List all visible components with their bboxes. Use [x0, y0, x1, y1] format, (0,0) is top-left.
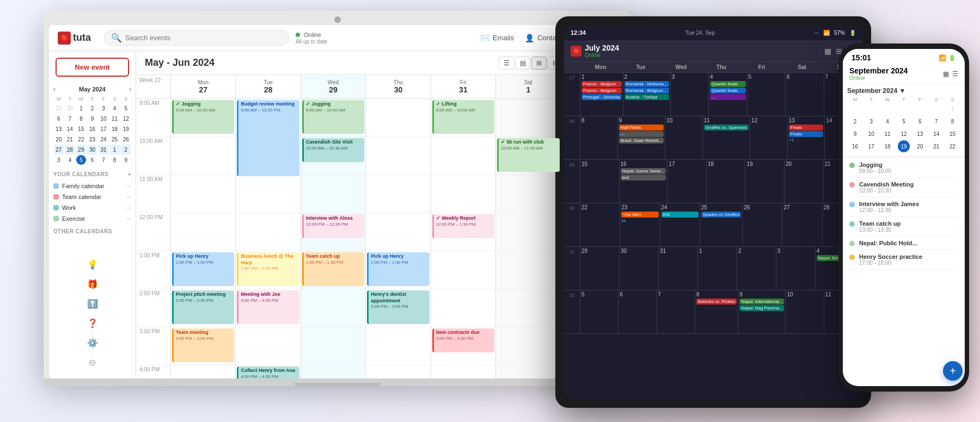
tablet-event[interactable]: Romania - Netheria...	[624, 81, 669, 87]
family-menu[interactable]: ···	[126, 182, 131, 190]
tablet-event[interactable]: ---	[619, 131, 664, 137]
laptop: 🔴 tuta 🔍 Online All up to date ✉️ Emails	[44, 11, 632, 402]
event-jogging-wed[interactable]: ✓ Jogging 9:00 AM – 10:00 AM	[302, 100, 364, 134]
tablet-event[interactable]: France - Belgium	[581, 88, 622, 94]
laptop-screen: 🔴 tuta 🔍 Online All up to date ✉️ Emails	[49, 25, 626, 378]
event-meeting-joe[interactable]: Meeting with Joe 3:00 PM – 4:00 PM	[237, 290, 299, 324]
phone-event-nepal[interactable]: Nepal: Public Hold...	[849, 237, 958, 250]
search-input[interactable]	[125, 34, 282, 42]
event-business-lunch[interactable]: Business lunch @ The Harp 1:00 PM – 2:00…	[237, 252, 299, 286]
phone-event-team-catchup[interactable]: Team catch up 13:00 - 13:30	[849, 217, 958, 237]
tablet-event[interactable]: Quarter finals	[710, 88, 745, 94]
add-calendar-icon[interactable]: +	[128, 171, 131, 177]
view-week[interactable]: ⊞	[531, 57, 547, 70]
event-dentist[interactable]: Henry's dentist appointment 2:00 PM – 3:…	[367, 290, 429, 324]
tablet-event[interactable]: test	[621, 175, 666, 181]
mini-cal-next[interactable]: ›	[129, 85, 131, 93]
tablet-screen: 12:34 Tue 24, Sep ··· 📶 57% 🔋 🔴 July 202…	[564, 25, 862, 399]
event-pickup-mon[interactable]: Pick up Henry 1:00 PM – 1:30 PM	[172, 252, 234, 286]
tablet-event[interactable]: Nepal: Saune Sankr...	[621, 168, 666, 174]
view-list[interactable]: ☰	[499, 57, 514, 70]
logo-icon: 🔴	[58, 32, 71, 45]
mini-cal-header: ‹ May 2024 ›	[53, 85, 131, 93]
tablet-event[interactable]: Half Finals	[619, 125, 664, 131]
phone-event-list: Jogging 09:00 - 10:00 Cavendish Meeting …	[843, 158, 965, 386]
search-icon: 🔍	[111, 33, 122, 43]
tablet-event[interactable]: Spades vs Giraffes	[701, 212, 741, 218]
exercise-menu[interactable]: ···	[126, 215, 131, 222]
online-dot	[296, 33, 300, 37]
calendar-work: Work ···	[53, 202, 131, 213]
tablet-event[interactable]: Romania - Belgium...	[624, 88, 669, 94]
event-budget-review[interactable]: Budget review meeting 9:00 AM – 12:00 PM	[237, 100, 299, 176]
event-team-catchup-wed[interactable]: Team catch up 1:00 PM – 1:30 PM	[302, 252, 364, 286]
tablet-week-row-6: 32 5 6 7 8 Bobcats vs. Pirates	[564, 290, 862, 334]
phone-event-cavendish[interactable]: Cavendish Meeting 10:00 - 10:30	[849, 178, 958, 197]
tablet-grid-header: Mon Tue Wed Thu Fri Sat Sun	[564, 62, 862, 73]
search-bar[interactable]: 🔍	[104, 30, 289, 46]
tablet-event[interactable]: ...	[710, 94, 745, 100]
event-team-meeting-mon[interactable]: Team meeting 3:00 PM – 4:00 PM	[172, 328, 234, 362]
logo: 🔴 tuta	[58, 32, 91, 45]
tablet-event[interactable]: Nepal: International...	[739, 299, 784, 305]
event-lifting[interactable]: ✓ Lifting 9:00 AM – 10:00 AM	[432, 100, 494, 134]
gift-icon[interactable]: 🎁	[87, 278, 98, 289]
phone-event-interview[interactable]: Interview with James 12:00 - 12:30	[849, 197, 958, 217]
phone-list-icon[interactable]: ☰	[952, 70, 958, 78]
tablet-week-row-1: 27 1 France - Belgium France - Belgium P…	[564, 73, 862, 116]
share-icon[interactable]: ⬆️	[87, 298, 98, 309]
tablet-grid-body: 27 1 France - Belgium France - Belgium P…	[564, 73, 862, 399]
phone-event-jogging[interactable]: Jogging 09:00 - 10:00	[849, 158, 958, 178]
tablet-week-row-2: 28 8 9 Half Finals --- Brazil: State Reb…	[564, 116, 862, 160]
mini-cal-prev[interactable]: ‹	[53, 85, 56, 93]
calendar-area: May - Jun 2024 ☰ ▤ ⊞ ⊟ ‹ 22 ›	[136, 51, 626, 378]
nav-emails[interactable]: ✉️ Emails	[480, 34, 514, 42]
settings-icon[interactable]: ⚙️	[87, 337, 98, 348]
day-col-wed: Wed 29 ✓ Jogging 9:00 AM – 10:00 AM	[301, 75, 366, 378]
logout-icon[interactable]: ⊝	[87, 357, 98, 368]
bulb-icon[interactable]: 💡	[87, 259, 98, 270]
view-day[interactable]: ▤	[515, 57, 530, 70]
event-5k-run[interactable]: ✓ 5k run with club 10:00 AM – 11:00 AM	[497, 138, 559, 172]
time-column: Week 22 9:00 AM 10:00 AM 11:00 AM 12:00 …	[136, 75, 171, 378]
tablet-week-row-5: 31 29 30 31 1 2	[564, 247, 862, 290]
tablet-event[interactable]: Portugal - Slovenia	[581, 94, 622, 100]
tablet-event[interactable]: Quarter finals	[710, 81, 745, 87]
tablet-status-bar: 12:34 Tue 24, Sep ··· 📶 57% 🔋	[564, 25, 862, 40]
work-dot	[53, 205, 59, 210]
tablet-event[interactable]: Austria - Türkiye	[624, 94, 669, 100]
tablet-event[interactable]: Brazil: State Rebelli...	[619, 138, 664, 144]
event-interview-alexa[interactable]: Interview with Alexa 12:00 PM – 12:30 PM	[302, 214, 364, 238]
cal-toolbar: May - Jun 2024 ☰ ▤ ⊞ ⊟ ‹ 22 ›	[136, 51, 626, 75]
tablet-event[interactable]: Bobcats vs. Pirates	[696, 299, 737, 305]
phone-fab-button[interactable]: +	[943, 361, 963, 381]
event-collect-henry[interactable]: Collect Henry from Ana 4:00 PM – 4:30 PM	[237, 367, 299, 378]
event-project-mon[interactable]: Project pitch meeting 2:00 PM – 2:30 PM	[172, 290, 234, 324]
day-col-sat: Sat 1 ✓ 5k run with club 10:00 AM – 11:0…	[496, 75, 561, 378]
calendar-team: Team calendar ···	[53, 191, 131, 202]
event-pickup-thu[interactable]: Pick up Henry 1:00 PM – 1:30 PM	[367, 252, 429, 286]
tablet-event[interactable]: Nepal: Nag Pancha...	[739, 305, 784, 311]
tablet-event[interactable]: Finals	[789, 125, 824, 131]
event-jogging-mon[interactable]: ✓ Jogging 9:00 AM – 10:00 AM	[172, 100, 234, 134]
work-menu[interactable]: ···	[126, 204, 131, 212]
event-contracts[interactable]: New contracts due 3:00 PM – 3:30 PM	[432, 328, 494, 352]
sidebar: New event ‹ May 2024 › M T W T	[49, 51, 136, 378]
event-cavendish[interactable]: Cavendish Site Visit 10:00 AM – 10:30 AM	[302, 138, 364, 162]
divider	[843, 157, 965, 157]
team-menu[interactable]: ···	[126, 193, 131, 201]
tablet-event[interactable]: Finals	[789, 131, 824, 137]
phone-view-icon[interactable]: ▦	[943, 70, 949, 78]
tablet-event[interactable]: <No title>	[621, 212, 658, 218]
tablet-event[interactable]: mt1	[661, 212, 699, 218]
tablet-view-week-icon[interactable]: ▦	[824, 47, 831, 55]
event-weekly-report[interactable]: ✓ Weekly Report 12:00 PM – 1:30 PM	[432, 214, 494, 238]
phone-event-soccer[interactable]: Henry Soccer practice 17:00 - 18:00	[849, 250, 958, 270]
day-col-fri: Fri 31 ✓ Lifting 9:00 AM – 10:00 AM	[431, 75, 496, 378]
new-event-button[interactable]: New event	[56, 58, 129, 77]
tablet-event[interactable]: France - Belgium	[581, 81, 622, 87]
phone-header: September 2024 Online ▦ ☰	[843, 64, 965, 84]
help-icon[interactable]: ❓	[87, 318, 98, 328]
sidebar-icons: 💡 🎁 ⬆️ ❓ ⚙️ ⊝	[49, 255, 136, 372]
tablet-event[interactable]: Giraffes vs. Sparrows	[704, 125, 749, 131]
